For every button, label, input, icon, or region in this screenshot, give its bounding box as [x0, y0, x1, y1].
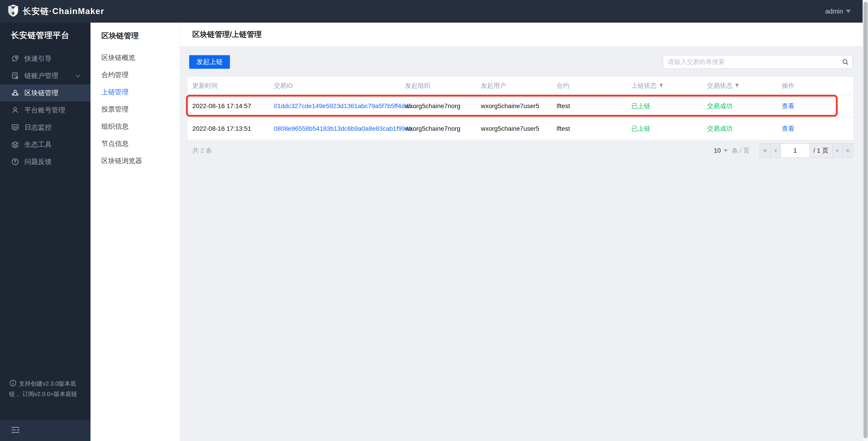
cell-update-time: 2022-08-16 17:14:57	[192, 102, 274, 110]
user-icon	[11, 106, 20, 115]
cell-contract: lftest	[557, 125, 631, 132]
user-name: admin	[825, 8, 843, 15]
breadcrumb-bar: 区块链管理/上链管理	[180, 23, 863, 46]
sidebar-item-label: 平台账号管理	[25, 105, 65, 115]
cell-user: wxorg5chaine7user5	[481, 125, 557, 132]
col-contract: 合约	[557, 82, 631, 90]
info-icon	[9, 379, 17, 389]
cell-tx-id-link[interactable]: 0808e96558b54183b13dc6b9a0a8e83cab1f994b…	[274, 125, 405, 132]
blockchain-icon	[11, 89, 20, 97]
pagination-total: 共 2 条	[192, 146, 212, 155]
cell-chain-status: 已上链	[631, 102, 707, 111]
rocket-icon	[11, 54, 20, 63]
scrollbar	[863, 0, 868, 441]
col-chain-status-label: 上链状态	[631, 82, 657, 90]
platform-title: 长安链管理平台	[11, 30, 91, 41]
sidebar-item-quick-guide[interactable]: 快速引导	[0, 50, 91, 67]
col-tx-status: 交易状态	[707, 82, 782, 90]
sidebar-item-label: 问题反馈	[25, 157, 52, 166]
sidebar-item-platform-accounts[interactable]: 平台账号管理	[0, 101, 91, 119]
col-tx-id: 交易ID	[274, 82, 405, 90]
table-header-row: 更新时间 交易ID 发起组织 发起用户 合约 上链状态 交易状态 操作	[188, 77, 853, 95]
submenu-item-voting[interactable]: 投票管理	[91, 101, 180, 118]
launch-onchain-button[interactable]: 发起上链	[189, 55, 230, 69]
pagination: 共 2 条 10 条 / 页 / 1 页	[188, 143, 853, 158]
search-icon[interactable]	[839, 58, 852, 66]
app-header: 长安链·ChainMaker admin	[0, 0, 868, 23]
submenu-item-orgs[interactable]: 组织信息	[91, 118, 180, 135]
view-link[interactable]: 查看	[782, 102, 853, 111]
sidebar-item-log-monitor[interactable]: 日志监控	[0, 119, 91, 136]
version-note-text: 支持创建v2.3.0版本底链， 订阅v2.0.0+版本底链	[9, 380, 77, 397]
table-row: 2022-08-16 17:14:57 01ddc327cde149e5923d…	[188, 95, 853, 117]
secondary-sidebar: 区块链管理 区块链概览 合约管理 上链管理 投票管理 组织信息 节点信息 区块链…	[91, 23, 180, 441]
question-icon	[11, 157, 20, 166]
cell-tx-status: 交易成功	[707, 102, 782, 111]
cell-tx-id-link[interactable]: 01ddc327cde149e5923d1361abc79a5f7b5ff4dd…	[274, 102, 405, 110]
next-page-button[interactable]	[832, 144, 843, 158]
prev-page-button[interactable]	[770, 144, 781, 158]
chevron-down-icon	[846, 10, 851, 13]
table-row: 2022-08-16 17:13:51 0808e96558b54183b13d…	[188, 117, 853, 140]
logo: 长安链·ChainMaker	[7, 4, 104, 19]
col-org: 发起组织	[405, 82, 481, 90]
sidebar-item-feedback[interactable]: 问题反馈	[0, 153, 91, 170]
first-page-button[interactable]	[760, 144, 771, 158]
submenu-item-onchain-mgmt[interactable]: 上链管理	[91, 84, 180, 101]
cell-user: wxorg5chaine7user5	[481, 102, 557, 110]
col-update-time: 更新时间	[192, 82, 274, 90]
submenu-item-contracts[interactable]: 合约管理	[91, 66, 180, 84]
main-content: 发起上链 更新时间 交易ID 发起组织 发起用户 合约 上链状态 交易状	[180, 46, 863, 441]
cell-chain-status: 已上链	[631, 124, 707, 133]
col-actions: 操作	[782, 82, 853, 90]
menu-fold-icon	[11, 426, 20, 435]
cell-contract: lftest	[557, 102, 631, 110]
app-title: 长安链·ChainMaker	[23, 6, 104, 17]
cell-tx-status: 交易成功	[707, 124, 782, 133]
user-menu[interactable]: admin	[825, 0, 851, 23]
search-input[interactable]	[663, 56, 839, 68]
submenu-item-nodes[interactable]: 节点信息	[91, 135, 180, 152]
last-page-button[interactable]	[842, 144, 853, 158]
col-chain-status: 上链状态	[631, 82, 707, 90]
per-page-label: 条 / 页	[732, 146, 750, 155]
transactions-table: 更新时间 交易ID 发起组织 发起用户 合约 上链状态 交易状态 操作 2022…	[188, 77, 853, 140]
col-tx-status-label: 交易状态	[707, 82, 733, 90]
cell-org: wxorg5chaine7norg	[405, 102, 481, 110]
cell-org: wxorg5chaine7norg	[405, 125, 481, 132]
sidebar-item-label: 链账户管理	[25, 71, 58, 81]
layers-icon	[11, 140, 20, 149]
page-size-select[interactable]: 10	[714, 147, 728, 154]
sidebar-item-chain-accounts[interactable]: 链账户管理	[0, 67, 91, 84]
cell-update-time: 2022-08-16 17:13:51	[192, 125, 274, 132]
submenu-item-explorer[interactable]: 区块链浏览器	[91, 152, 180, 169]
page-number-input[interactable]	[780, 144, 810, 158]
scrollbar-thumb[interactable]	[864, 2, 868, 438]
sidebar-item-label: 生态工具	[25, 140, 52, 149]
sidebar-item-label: 日志监控	[25, 123, 52, 132]
primary-sidebar: 长安链管理平台 快速引导 链账户管理	[0, 23, 91, 441]
sidebar-item-label: 区块链管理	[25, 88, 58, 98]
pagination-controls: 10 条 / 页 / 1 页	[714, 144, 854, 158]
search-box	[663, 55, 852, 69]
col-user: 发起用户	[481, 82, 557, 90]
chevron-down-icon	[724, 150, 728, 152]
pager-buttons: / 1 页	[760, 144, 853, 158]
submenu-item-overview[interactable]: 区块链概览	[91, 49, 180, 66]
sidebar-item-eco-tools[interactable]: 生态工具	[0, 136, 91, 153]
view-link[interactable]: 查看	[782, 124, 853, 133]
chevron-down-icon	[76, 73, 80, 77]
sidebar-collapse-button[interactable]	[0, 420, 91, 441]
filter-funnel-icon[interactable]	[735, 84, 739, 88]
filter-funnel-icon[interactable]	[659, 84, 663, 88]
version-note: 支持创建v2.3.0版本底链， 订阅v2.0.0+版本底链	[9, 379, 85, 399]
account-doc-icon	[11, 71, 20, 80]
sidebar-item-blockchain-mgmt[interactable]: 区块链管理	[0, 84, 91, 101]
sidebar-item-label: 快速引导	[25, 54, 52, 63]
breadcrumb: 区块链管理/上链管理	[192, 29, 261, 39]
page-size-value: 10	[714, 147, 721, 154]
page-total-label: / 1 页	[809, 144, 833, 158]
chainmaker-shield-icon	[7, 4, 19, 19]
submenu-title: 区块链管理	[101, 31, 180, 41]
monitor-icon	[11, 123, 20, 132]
